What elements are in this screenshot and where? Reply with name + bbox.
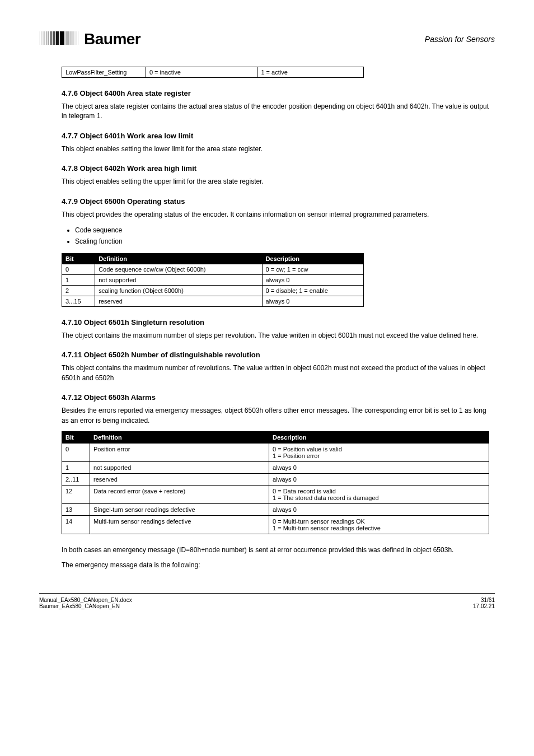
tagline: Passion for Sensors xyxy=(425,35,495,44)
cell: always 0 xyxy=(262,274,363,285)
body-text: The object area state register contains … xyxy=(62,102,489,122)
body-text: In both cases an emergency message (ID=8… xyxy=(62,545,489,555)
page-number: 31/61 xyxy=(473,597,495,603)
table-row: 1 not supported always 0 xyxy=(62,461,489,473)
lowpass-table: LowPassFilter_Setting 0 = inactive 1 = a… xyxy=(62,67,364,78)
cell: 0 = Data record is valid1 = The stored d… xyxy=(269,485,489,503)
section-title: 4.7.9 Object 6500h Operating status xyxy=(62,197,489,206)
body-text: The object contains the maximum number o… xyxy=(62,331,489,340)
table-row: 14 Multi-turn sensor readings defective … xyxy=(62,515,489,534)
table-row: 2..11 reserved always 0 xyxy=(62,473,489,485)
table-header: Description xyxy=(269,431,489,443)
body-text: The emergency message data is the follow… xyxy=(62,561,489,570)
cell: 0 = cw; 1 = ccw xyxy=(262,264,363,274)
cell: Multi-turn sensor readings defective xyxy=(90,515,269,534)
body-text: This object provides the operating statu… xyxy=(62,210,489,220)
cell: 2..11 xyxy=(62,473,90,485)
logo-icon xyxy=(39,28,84,50)
body-text: This object contains the maximum number … xyxy=(62,363,489,383)
svg-rect-15 xyxy=(78,31,79,45)
section-title: 4.7.8 Object 6402h Work area high limit xyxy=(62,164,489,172)
body-text: Besides the errors reported via emergenc… xyxy=(62,406,489,426)
svg-rect-2 xyxy=(43,31,44,45)
bullet-list: Code sequence Scaling function xyxy=(75,225,489,246)
section-title: 4.7.12 Object 6503h Alarms xyxy=(62,393,489,402)
cell: always 0 xyxy=(269,503,489,515)
list-item: Code sequence xyxy=(75,225,489,235)
cell: not supported xyxy=(95,274,262,285)
cell: Singel-turn sensor readings defective xyxy=(90,503,269,515)
cell: 0 = Position value is valid1 = Position … xyxy=(269,443,489,461)
cell: 0 = inactive xyxy=(146,67,257,78)
page-footer: Manual_EAx580_CANopen_EN.docx Baumer_EAx… xyxy=(39,593,495,609)
cell: reserved xyxy=(90,473,269,485)
table-row: 0 Code sequence ccw/cw (Object 6000h) 0 … xyxy=(62,264,364,274)
table-row: LowPassFilter_Setting 0 = inactive 1 = a… xyxy=(62,67,364,78)
footer-date: 17.02.21 xyxy=(473,603,495,609)
table-header: Definition xyxy=(95,253,262,264)
cell: Code sequence ccw/cw (Object 6000h) xyxy=(95,264,262,274)
table-row: 0 Position error 0 = Position value is v… xyxy=(62,443,489,461)
list-item: Scaling function xyxy=(75,236,489,246)
cell: Position error xyxy=(90,443,269,461)
cell: Data record error (save + restore) xyxy=(90,485,269,503)
footer-text: Manual_EAx580_CANopen_EN.docx xyxy=(39,597,132,603)
svg-rect-6 xyxy=(50,31,52,45)
section-title: 4.7.7 Object 6401h Work area low limit xyxy=(62,132,489,140)
table-header: Description xyxy=(262,253,363,264)
table-row: 1 not supported always 0 xyxy=(62,274,364,285)
footer-right: 31/61 17.02.21 xyxy=(473,597,495,609)
cell: 13 xyxy=(62,503,90,515)
table-header: Bit xyxy=(62,253,95,264)
svg-rect-4 xyxy=(46,31,47,45)
svg-rect-5 xyxy=(48,31,49,45)
cell: always 0 xyxy=(262,296,363,306)
cell: 0 xyxy=(62,264,95,274)
cell: 0 = disable; 1 = enable xyxy=(262,285,363,296)
cell: 2 xyxy=(62,285,95,296)
table-header: Bit xyxy=(62,431,90,443)
cell: 0 xyxy=(62,443,90,461)
svg-rect-9 xyxy=(60,31,64,45)
svg-rect-7 xyxy=(53,31,55,45)
logo-text: Baumer xyxy=(84,30,140,48)
svg-rect-1 xyxy=(41,31,42,45)
section-title: 4.7.6 Object 6400h Area state register xyxy=(62,89,489,97)
svg-rect-14 xyxy=(76,31,77,45)
svg-rect-8 xyxy=(56,31,59,45)
body-text: This object enables setting the lower li… xyxy=(62,144,489,154)
section-title: 4.7.10 Object 6501h Singleturn resolutio… xyxy=(62,318,489,326)
cell: 14 xyxy=(62,515,90,534)
svg-rect-13 xyxy=(74,31,76,45)
alarms-table: Bit Definition Description 0 Position er… xyxy=(62,431,489,534)
table-header: Definition xyxy=(90,431,269,443)
cell: 12 xyxy=(62,485,90,503)
svg-rect-0 xyxy=(39,31,40,45)
cell: scaling function (Object 6000h) xyxy=(95,285,262,296)
logo-area: Baumer xyxy=(39,28,140,50)
cell: 3...15 xyxy=(62,296,95,306)
page-header: Baumer Passion for Sensors xyxy=(39,28,495,50)
cell: always 0 xyxy=(269,461,489,473)
cell: 0 = Multi-turn sensor readings OK1 = Mul… xyxy=(269,515,489,534)
footer-left: Manual_EAx580_CANopen_EN.docx Baumer_EAx… xyxy=(39,597,132,609)
operating-status-table: Bit Definition Description 0 Code sequen… xyxy=(62,253,364,307)
table-row: 2 scaling function (Object 6000h) 0 = di… xyxy=(62,285,364,296)
table-row: 13 Singel-turn sensor readings defective… xyxy=(62,503,489,515)
cell: not supported xyxy=(90,461,269,473)
body-text: This object enables setting the upper li… xyxy=(62,177,489,186)
svg-rect-3 xyxy=(44,31,45,45)
svg-rect-12 xyxy=(72,31,74,45)
svg-rect-10 xyxy=(65,31,69,45)
svg-rect-11 xyxy=(69,31,72,45)
table-row: 12 Data record error (save + restore) 0 … xyxy=(62,485,489,503)
footer-text: Baumer_EAx580_CANopen_EN xyxy=(39,603,132,609)
section-title: 4.7.11 Object 6502h Number of distinguis… xyxy=(62,351,489,359)
cell: always 0 xyxy=(269,473,489,485)
cell: 1 xyxy=(62,461,90,473)
cell: 1 xyxy=(62,274,95,285)
cell: 1 = active xyxy=(257,67,364,78)
cell: reserved xyxy=(95,296,262,306)
table-row: 3...15 reserved always 0 xyxy=(62,296,364,306)
cell: LowPassFilter_Setting xyxy=(62,67,146,78)
